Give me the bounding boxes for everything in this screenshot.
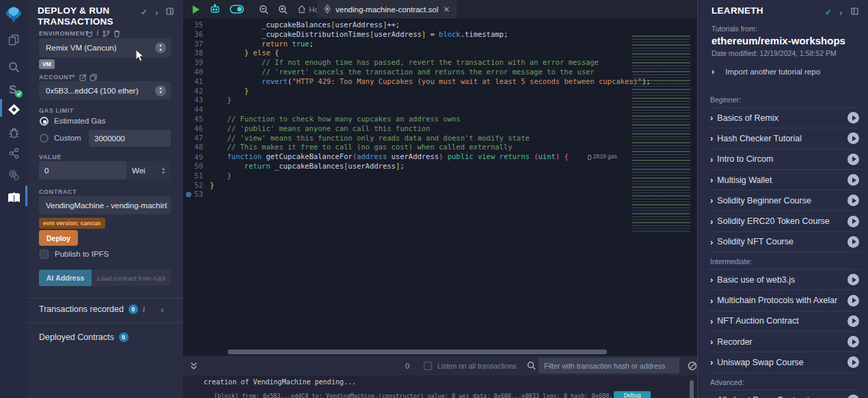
custom-gas-input[interactable] (89, 130, 171, 147)
tutorial-item[interactable]: ›Multisig Wallet (709, 170, 860, 190)
solidity-compiler-icon[interactable]: S (0, 79, 27, 100)
tutorial-item[interactable]: ›Basic use of web3.js (709, 270, 860, 290)
file-explorer-icon[interactable] (0, 30, 27, 49)
code-line[interactable]: 40 // 'revert' cancels the transaction a… (183, 68, 697, 77)
code-editor[interactable]: 35 _cupcakeBalances[userAddress]++;36 _c… (183, 18, 697, 349)
tutorial-item[interactable]: ›Basics of Remix (709, 108, 860, 128)
add-account-icon[interactable]: + (71, 72, 75, 80)
code-line[interactable]: 53 (183, 190, 697, 199)
code-line[interactable]: 52} (183, 181, 697, 190)
account-select-arrows-icon[interactable]: ▲▼ (155, 85, 166, 96)
line-number[interactable]: 35 (183, 20, 210, 30)
tutorial-item[interactable]: ›All about Proxy Contracts (709, 390, 860, 398)
tab-vending-machine-contract[interactable]: vending-machine-contract.sol ✕ (317, 0, 457, 18)
at-address-input[interactable] (92, 270, 171, 286)
line-number[interactable]: 36 (183, 30, 210, 40)
environment-info-icon[interactable]: i (96, 28, 98, 38)
horizontal-scrollbar[interactable] (228, 350, 607, 354)
git-icon[interactable] (0, 143, 27, 162)
tutorial-item[interactable]: ›NFT Auction Contract (709, 311, 860, 332)
code-line[interactable]: 37 return true; (183, 40, 697, 49)
line-number[interactable]: 50 (183, 162, 210, 171)
code-line[interactable]: 45 // Function to check how many cupcake… (183, 115, 697, 124)
tutorial-item[interactable]: ›Multichain Protocols with Axelar (709, 290, 860, 311)
code-line[interactable]: 51 } (183, 171, 697, 181)
copilot-toggle[interactable] (225, 0, 249, 18)
code-line[interactable]: 50 return _cupcakeBalances[userAddress]; (183, 162, 697, 171)
play-tutorial-button[interactable] (847, 236, 859, 248)
close-tab-icon[interactable]: ✕ (443, 5, 450, 14)
code-line[interactable]: 47 // 'view' means this function only re… (183, 134, 697, 143)
play-tutorial-button[interactable] (847, 356, 859, 368)
listen-transactions-checkbox[interactable] (424, 362, 432, 370)
panel-expand-icon[interactable]: › (155, 8, 158, 18)
code-line[interactable]: 44 (183, 105, 697, 115)
debugger-icon[interactable] (0, 123, 27, 142)
terminal-output[interactable]: creation of VendingMachine pending... [b… (183, 375, 697, 398)
play-tutorial-button[interactable] (847, 216, 859, 227)
code-line[interactable]: 49 function getCupcakeBalanceFor(address… (183, 152, 697, 162)
panel-layout-icon[interactable] (166, 8, 174, 17)
line-number[interactable]: 51 (183, 171, 210, 181)
ai-copilot-icon[interactable] (205, 0, 225, 18)
run-script-icon[interactable] (187, 0, 205, 18)
remix-logo[interactable] (0, 4, 27, 26)
play-tutorial-button[interactable] (847, 336, 859, 347)
learneth-layout-icon[interactable] (851, 8, 858, 17)
tutorial-item[interactable]: ›Solidity Beginner Course (709, 190, 860, 211)
transactions-info-icon[interactable]: i (143, 304, 145, 314)
play-tutorial-button[interactable] (847, 132, 859, 144)
terminal-scrollbar[interactable] (690, 380, 694, 398)
line-number[interactable]: 44 (183, 105, 210, 115)
search-icon[interactable] (0, 57, 27, 76)
code-line[interactable]: 43 } (183, 96, 697, 105)
publish-ipfs-checkbox[interactable] (40, 250, 49, 259)
tutorial-item[interactable]: ›Uniswap Swap Course (709, 352, 860, 373)
import-tutorial-repo[interactable]: › Import another tutorial repo (711, 66, 820, 76)
line-number[interactable]: 48 (183, 143, 210, 152)
debug-button[interactable]: Debug (614, 391, 651, 398)
play-tutorial-button[interactable] (847, 174, 859, 186)
line-number[interactable]: 49 (183, 153, 210, 162)
account-select[interactable]: 0x5B3...eddC4 (100 ether) ▲▼ (39, 81, 171, 100)
zoom-out-icon[interactable] (254, 0, 273, 18)
play-tutorial-button[interactable] (847, 395, 859, 398)
minimap[interactable] (632, 35, 690, 231)
play-tutorial-button[interactable] (847, 195, 859, 206)
learneth-icon[interactable] (0, 187, 27, 208)
line-number[interactable]: 53 (183, 190, 210, 199)
code-line[interactable]: 38 } else { (183, 48, 697, 58)
line-number[interactable]: 42 (183, 87, 210, 96)
code-line[interactable]: 42 } (183, 87, 697, 96)
play-tutorial-button[interactable] (847, 154, 859, 165)
zoom-in-icon[interactable] (273, 0, 293, 18)
custom-gas-radio[interactable] (40, 134, 49, 143)
line-number[interactable]: 46 (183, 124, 210, 134)
play-tutorial-button[interactable] (847, 274, 859, 285)
code-line[interactable]: 36 _cupcakeDistributionTimes[userAddress… (183, 30, 697, 40)
line-number[interactable]: 47 (183, 134, 210, 143)
play-tutorial-button[interactable] (847, 112, 859, 124)
estimated-gas-radio[interactable] (40, 117, 49, 126)
code-line[interactable]: 41 revert("HTTP 429: Too Many Cupcakes (… (183, 77, 697, 87)
settings-icon[interactable] (0, 165, 27, 184)
line-number[interactable]: 52 (183, 181, 210, 190)
value-unit-select[interactable]: Wei ▲▼ (126, 161, 171, 180)
line-number[interactable]: 37 (183, 40, 210, 49)
line-number[interactable]: 41 (183, 77, 210, 87)
environment-select-arrows-icon[interactable]: ▲▼ (155, 42, 166, 53)
deploy-button[interactable]: Deploy (39, 230, 78, 246)
environment-select[interactable]: Remix VM (Cancun) ▲▼ (39, 38, 171, 57)
at-address-button[interactable]: At Address (39, 270, 92, 286)
line-number[interactable]: 40 (183, 68, 210, 77)
tutorial-item[interactable]: ›Solidity ERC20 Token Course (709, 211, 860, 231)
terminal-search-icon[interactable] (522, 356, 541, 375)
learneth-expand-icon[interactable]: › (839, 8, 842, 18)
code-line[interactable]: 35 _cupcakeBalances[userAddress]++; (183, 20, 697, 30)
value-input[interactable] (39, 161, 126, 180)
play-tutorial-button[interactable] (847, 295, 859, 307)
line-number[interactable]: 38 (183, 48, 210, 58)
terminal-filter-input[interactable] (539, 358, 679, 373)
tutorial-item[interactable]: ›Intro to Circom (709, 150, 860, 170)
tutorial-item[interactable]: ›Solidity NFT Course (709, 232, 860, 253)
